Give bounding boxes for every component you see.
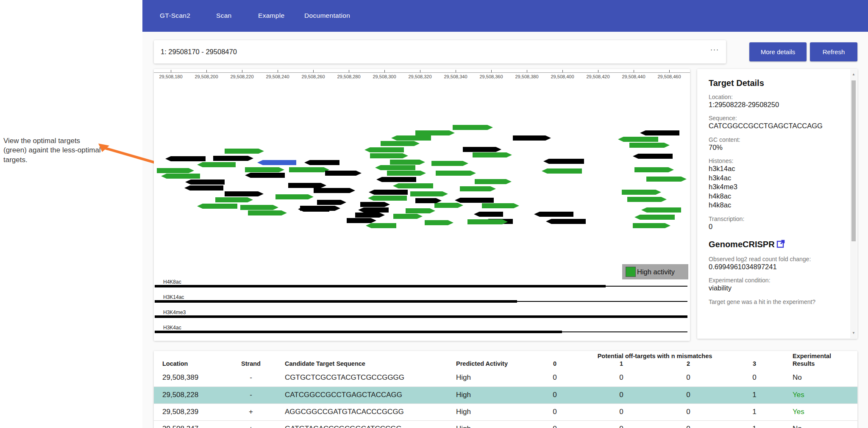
refresh-button[interactable]: Refresh xyxy=(810,42,857,61)
scrollbar-up-arrow-icon[interactable]: ▲ xyxy=(850,71,857,78)
optimal-target-arrow[interactable] xyxy=(248,210,287,215)
target-arrow[interactable] xyxy=(369,190,408,195)
target-arrow[interactable] xyxy=(358,207,389,213)
nav-item-scan[interactable]: Scan xyxy=(216,12,232,19)
col-header-activity: Predicted Activity xyxy=(456,360,508,367)
optimal-target-arrow[interactable] xyxy=(646,177,687,182)
optimal-target-arrow[interactable] xyxy=(436,171,476,176)
target-arrow[interactable] xyxy=(304,160,339,165)
optimal-target-arrow[interactable] xyxy=(425,220,453,225)
table-row[interactable]: 29,508,239+AGGCGGCCGATGTACACCCGCGGHigh00… xyxy=(154,403,857,421)
target-arrow[interactable] xyxy=(325,171,362,176)
optimal-target-arrow[interactable] xyxy=(197,204,237,209)
col-header-mm3: 3 xyxy=(737,360,771,367)
nav-item-example[interactable]: Example xyxy=(258,12,284,19)
optimal-target-arrow[interactable] xyxy=(240,205,278,210)
target-arrow[interactable] xyxy=(513,135,551,141)
optimal-target-arrow[interactable] xyxy=(197,162,236,167)
optimal-target-arrow[interactable] xyxy=(387,171,426,176)
optimal-target-arrow[interactable] xyxy=(542,168,582,174)
optimal-target-arrow[interactable] xyxy=(641,207,681,213)
details-scrollbar[interactable]: ▲ ▼ xyxy=(850,69,857,338)
optimal-target-arrow[interactable] xyxy=(215,197,253,202)
details-field-label: Transcription: xyxy=(709,215,840,222)
target-arrow[interactable] xyxy=(633,154,673,159)
table-row[interactable]: 29,508,247+GATGTACACCCGCGGCATCCCGGHigh00… xyxy=(154,420,857,428)
optimal-target-arrow[interactable] xyxy=(275,194,314,199)
scrollbar-thumb[interactable] xyxy=(851,80,856,241)
optimal-target-arrow[interactable] xyxy=(629,143,670,148)
target-arrow[interactable] xyxy=(546,219,586,224)
scrollbar-down-arrow-icon[interactable]: ▼ xyxy=(850,330,857,337)
optimal-target-arrow[interactable] xyxy=(393,214,423,219)
optimal-target-arrow[interactable] xyxy=(161,174,200,179)
optimal-target-arrow[interactable] xyxy=(627,197,667,202)
optimal-target-arrow[interactable] xyxy=(391,135,431,141)
target-arrow[interactable] xyxy=(463,147,501,152)
table-cell: 0 xyxy=(538,408,572,416)
optimal-target-arrow[interactable] xyxy=(381,141,420,146)
optimal-target-arrow[interactable] xyxy=(390,160,425,165)
optimal-target-arrow[interactable] xyxy=(618,137,658,142)
optimal-target-arrow[interactable] xyxy=(406,208,435,213)
target-arrow[interactable] xyxy=(314,188,355,193)
optimal-target-arrow[interactable] xyxy=(366,223,396,228)
optimal-target-arrow[interactable] xyxy=(473,152,512,157)
optimal-target-arrow[interactable] xyxy=(225,149,264,154)
target-arrow[interactable] xyxy=(355,213,385,218)
optimal-target-arrow[interactable] xyxy=(482,203,519,208)
optimal-target-arrow[interactable] xyxy=(410,191,448,196)
track-signal-bar xyxy=(155,315,687,318)
optimal-target-arrow[interactable] xyxy=(453,125,493,130)
optimal-target-arrow[interactable] xyxy=(368,196,407,201)
optimal-target-arrow[interactable] xyxy=(634,167,674,172)
region-search-box[interactable]: 1: 29508170 - 29508470 ... xyxy=(154,40,726,64)
optimal-target-arrow[interactable] xyxy=(415,130,455,135)
optimal-target-arrow[interactable] xyxy=(393,183,433,188)
nav-brand[interactable]: GT-Scan2 xyxy=(160,12,190,19)
optimal-target-arrow[interactable] xyxy=(370,153,408,158)
optimal-target-arrow[interactable] xyxy=(622,190,661,195)
target-arrow[interactable] xyxy=(415,198,442,203)
more-details-button[interactable]: More details xyxy=(749,42,807,61)
optimal-target-arrow[interactable] xyxy=(375,165,415,170)
external-link-icon[interactable] xyxy=(776,240,785,250)
optimal-target-arrow[interactable] xyxy=(460,186,496,191)
optimal-target-arrow[interactable] xyxy=(364,147,404,152)
optimal-target-arrow[interactable] xyxy=(467,219,508,224)
table-row-selected[interactable]: 29,508,228-CATCGGCCGCCTGAGCTACCAGGHigh00… xyxy=(154,387,857,404)
target-arrow[interactable] xyxy=(474,212,503,217)
optimal-target-arrow[interactable] xyxy=(475,179,512,184)
optimal-target-arrow[interactable] xyxy=(634,215,675,220)
target-arrow[interactable] xyxy=(245,173,285,178)
optimal-target-arrow[interactable] xyxy=(434,203,463,208)
table-cell: High xyxy=(456,425,471,428)
target-arrow[interactable] xyxy=(213,156,253,161)
target-arrow[interactable] xyxy=(455,198,494,203)
target-arrow[interactable] xyxy=(184,185,223,191)
target-arrow[interactable] xyxy=(165,156,206,161)
target-arrow[interactable] xyxy=(317,200,346,205)
target-arrow[interactable] xyxy=(640,130,679,135)
optimal-target-arrow[interactable] xyxy=(157,168,194,173)
axis-tick-mark xyxy=(669,70,670,72)
target-arrow[interactable] xyxy=(185,179,225,185)
region-menu-ellipsis-icon[interactable]: ... xyxy=(710,44,719,52)
region-value[interactable]: 1: 29508170 - 29508470 xyxy=(161,48,237,56)
target-arrow[interactable] xyxy=(360,202,390,207)
optimal-target-arrow[interactable] xyxy=(289,167,329,172)
target-arrow[interactable] xyxy=(376,177,416,182)
target-arrow[interactable] xyxy=(543,159,584,164)
nav-item-documentation[interactable]: Documentation xyxy=(304,12,350,19)
target-arrow[interactable] xyxy=(298,207,329,212)
target-arrow[interactable] xyxy=(288,183,326,188)
selected-target-arrow[interactable] xyxy=(257,160,296,165)
optimal-target-arrow[interactable] xyxy=(245,167,284,172)
genomecrispr-link[interactable]: GenomeCRISPR xyxy=(709,240,775,249)
optimal-target-arrow[interactable] xyxy=(431,161,468,166)
table-row[interactable]: 29,508,389-CGTGCTCGCGTACGTCGCCGGGGHigh00… xyxy=(154,370,857,387)
target-arrow[interactable] xyxy=(347,218,376,223)
target-arrow[interactable] xyxy=(225,191,264,196)
optimal-target-arrow[interactable] xyxy=(633,223,670,228)
target-arrow[interactable] xyxy=(534,212,573,217)
